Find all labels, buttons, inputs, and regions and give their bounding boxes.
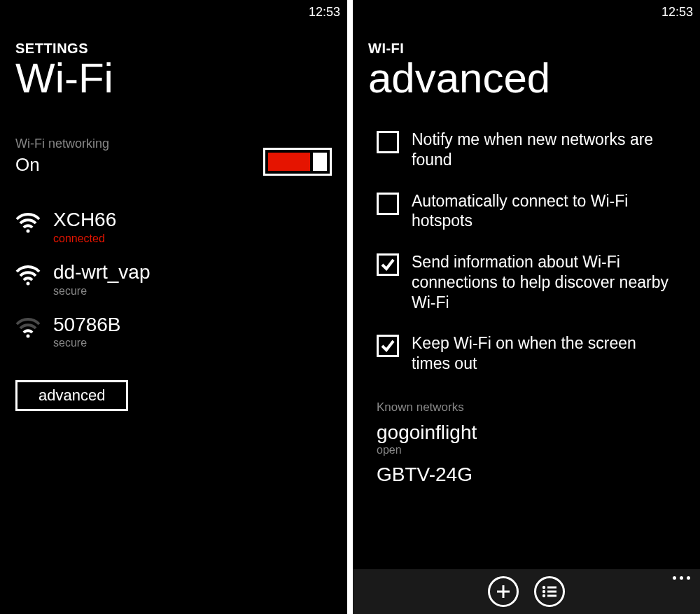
known-network-item[interactable]: GBTV-24G [353, 459, 700, 489]
wifi-settings-screen: 12:53 SETTINGS Wi-Fi Wi-Fi networking On… [0, 0, 347, 614]
breadcrumb: WI-FI [353, 21, 700, 57]
svg-rect-7 [547, 591, 556, 593]
status-bar: 12:53 [0, 0, 347, 21]
option-label: Notify me when new networks are found [412, 130, 678, 170]
toggle-knob [313, 153, 327, 171]
known-network-sub: open [377, 444, 685, 456]
wifi-toggle-value: On [15, 154, 263, 176]
checkbox[interactable] [377, 335, 399, 357]
option-row[interactable]: Automatically connect to Wi-Fi hotspots [377, 191, 685, 232]
svg-point-1 [27, 281, 30, 285]
network-item[interactable]: dd-wrt_vap secure [15, 262, 332, 298]
option-label: Keep Wi-Fi on when the screen times out [412, 333, 678, 374]
status-bar: 12:53 [353, 0, 700, 21]
option-label: Send information about Wi-Fi connections… [412, 252, 678, 312]
checkmark-icon [380, 338, 396, 354]
checkmark-icon [380, 257, 396, 272]
plus-icon [496, 584, 511, 599]
list-select-icon [541, 585, 558, 599]
page-title: Wi-Fi [0, 55, 347, 102]
network-item[interactable]: XCH66 connected [15, 209, 332, 245]
wifi-advanced-screen: 12:53 WI-FI advanced Notify me when new … [353, 0, 700, 614]
toggle-fill [268, 153, 310, 171]
more-dots-icon [673, 576, 676, 580]
svg-rect-8 [547, 595, 556, 597]
network-text: XCH66 connected [53, 209, 116, 245]
known-networks-header: Known networks [353, 395, 700, 417]
network-name: XCH66 [53, 209, 116, 231]
network-status: secure [53, 285, 150, 298]
option-row[interactable]: Notify me when new networks are found [377, 130, 685, 170]
add-button[interactable] [488, 576, 519, 607]
wifi-toggle-row: Wi-Fi networking On [15, 137, 332, 176]
wifi-toggle-caption: Wi-Fi networking [15, 137, 263, 151]
svg-point-3 [542, 586, 545, 589]
checkbox[interactable] [377, 253, 399, 276]
app-bar [353, 569, 700, 614]
network-name: dd-wrt_vap [53, 262, 150, 284]
network-status: secure [53, 337, 121, 349]
advanced-options-list: Notify me when new networks are found Au… [353, 130, 700, 374]
svg-rect-6 [547, 587, 556, 589]
page-title: advanced [353, 55, 700, 102]
known-network-item[interactable]: gogoinflight open [353, 417, 700, 459]
clock: 12:53 [309, 5, 340, 20]
checkbox[interactable] [377, 131, 399, 153]
checkbox[interactable] [377, 193, 399, 215]
svg-point-4 [542, 590, 545, 593]
known-network-name: GBTV-24G [377, 463, 685, 486]
network-list: XCH66 connected dd-wrt_vap secure 50786B… [15, 209, 332, 349]
network-status: connected [53, 232, 116, 245]
option-label: Automatically connect to Wi-Fi hotspots [412, 191, 678, 232]
wifi-toggle[interactable] [263, 148, 332, 176]
network-item[interactable]: 50786B secure [15, 314, 332, 350]
wifi-signal-icon [15, 317, 41, 338]
option-row[interactable]: Send information about Wi-Fi connections… [377, 252, 685, 312]
option-row[interactable]: Keep Wi-Fi on when the screen times out [377, 333, 685, 374]
advanced-button[interactable]: advanced [15, 380, 128, 411]
breadcrumb: SETTINGS [0, 21, 347, 57]
wifi-signal-icon [15, 212, 41, 233]
known-networks-list: gogoinflight open GBTV-24G [353, 417, 700, 489]
network-name: 50786B [53, 314, 121, 336]
wifi-signal-icon [15, 265, 41, 286]
clock: 12:53 [662, 5, 693, 20]
known-network-name: gogoinflight [377, 421, 685, 444]
svg-point-5 [542, 594, 545, 597]
network-text: dd-wrt_vap secure [53, 262, 150, 298]
svg-point-0 [27, 230, 30, 233]
network-text: 50786B secure [53, 314, 121, 350]
more-button[interactable] [673, 576, 690, 580]
select-button[interactable] [534, 576, 565, 607]
svg-point-2 [27, 334, 30, 337]
